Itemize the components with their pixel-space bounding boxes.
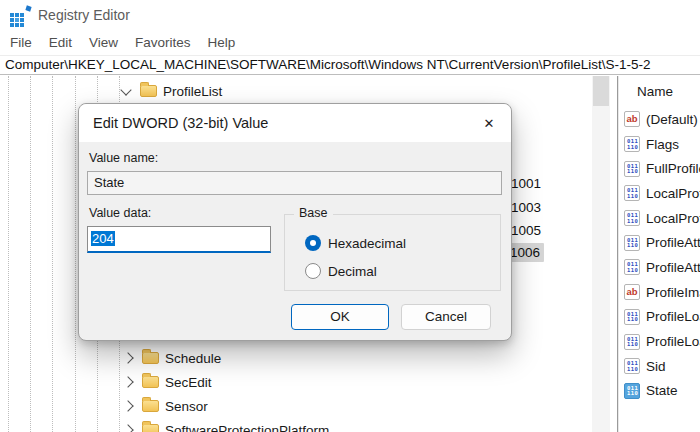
value-name: State [646,383,678,398]
dword-value-icon-selected: 011110 [624,383,640,399]
folder-icon [142,424,159,432]
tree-item-sensor[interactable]: Sensor [124,395,208,417]
dword-value-icon: 011110 [624,210,640,226]
value-name: ProfileAttemptedProfileDownloadTimeLow [646,260,700,275]
value-row-flags[interactable]: 011110 Flags [620,132,700,157]
address-bar[interactable]: Computer\HKEY_LOCAL_MACHINE\SOFTWARE\Mic… [0,55,700,75]
tree-guide-line [75,76,76,432]
tree-item-profilelist[interactable]: ProfileList [122,80,222,102]
tree-item-secedit[interactable]: SecEdit [124,371,212,393]
base-group-label: Base [294,206,333,220]
registry-editor-window: Registry Editor File Edit View Favorites… [0,0,700,432]
menu-item-view[interactable]: View [89,35,118,50]
tree-item-label: Schedule [165,351,221,366]
chevron-right-icon[interactable] [122,424,133,432]
value-row-profileattempted-low[interactable]: 011110 ProfileAttemptedProfileDownloadTi… [620,255,700,280]
value-name-field[interactable]: State [87,171,502,195]
title-bar: Registry Editor [0,0,700,30]
menu-item-edit[interactable]: Edit [49,35,72,50]
value-row-profileimagepath[interactable]: ab ProfileImagePath [620,280,700,305]
value-row-fullprofile[interactable]: 011110 FullProfile [620,156,700,181]
dword-value-icon: 011110 [624,259,640,275]
value-row-default[interactable]: ab (Default) [620,107,700,132]
tree-item-label: SoftwareProtectionPlatform [165,423,329,432]
hexadecimal-radio-row[interactable]: Hexadecimal [305,235,406,251]
value-name: LocalProfileLoadTimeHigh [646,186,700,201]
column-header-name[interactable]: Name [637,84,673,99]
menu-item-file[interactable]: File [10,35,32,50]
tree-item-sid-1001[interactable]: 1001 [511,174,541,193]
dword-value-icon: 011110 [624,185,640,201]
dword-value-icon: 011110 [624,235,640,251]
tree-item-softwareprotectionplatform[interactable]: SoftwareProtectionPlatform [124,419,329,432]
folder-icon [140,85,157,97]
tree-item-sid-1005[interactable]: 1005 [511,221,541,240]
hexadecimal-radio-label: Hexadecimal [328,236,406,251]
menu-bar: File Edit View Favorites Help [0,30,700,55]
tree-item-label: Sensor [165,399,208,414]
tree-item-label: SecEdit [165,375,212,390]
menu-item-favorites[interactable]: Favorites [135,35,191,50]
value-name: FullProfile [646,161,700,176]
folder-icon [142,376,159,388]
value-data-label: Value data: [89,206,151,220]
decimal-radio-label: Decimal [328,264,377,279]
folder-icon [142,400,159,412]
panel-splitter[interactable] [617,76,618,432]
registry-editor-app-icon [8,4,32,28]
dword-value-icon: 011110 [624,161,640,177]
string-value-icon: ab [624,284,640,300]
tree-item-schedule[interactable]: Schedule [124,347,221,369]
tree-item-label: ProfileList [163,84,222,99]
decimal-radio-row[interactable]: Decimal [305,263,377,279]
dword-value-icon: 011110 [624,309,640,325]
chevron-right-icon[interactable] [122,400,133,411]
value-name: ProfileImagePath [646,285,700,300]
value-name: (Default) [646,112,698,127]
chevron-down-icon[interactable] [120,84,131,95]
radio-unselected-icon[interactable] [305,263,321,279]
chevron-right-icon[interactable] [122,352,133,363]
tree-guide-line [30,76,31,432]
selected-text: 204 [91,231,115,246]
value-name: ProfileLoadTimeHigh [646,309,700,324]
value-row-sid[interactable]: 011110 Sid [620,354,700,379]
menu-item-help[interactable]: Help [208,35,236,50]
value-row-localprofileloadtimehigh[interactable]: 011110 LocalProfileLoadTimeHigh [620,181,700,206]
chevron-right-icon[interactable] [122,376,133,387]
folder-icon [142,352,159,364]
ok-button[interactable]: OK [291,304,389,330]
value-name: Flags [646,137,679,152]
cancel-button[interactable]: Cancel [401,304,491,330]
close-icon[interactable]: ✕ [477,112,501,136]
value-row-state-selected[interactable]: 011110 State [620,379,700,404]
string-value-icon: ab [624,111,640,127]
address-path: Computer\HKEY_LOCAL_MACHINE\SOFTWARE\Mic… [5,57,650,72]
tree-guide-line [8,76,9,432]
dialog-title: Edit DWORD (32-bit) Value [93,115,268,131]
values-panel: Name ab (Default) 011110 Flags 011110 Fu… [620,76,700,432]
edit-dword-dialog: Edit DWORD (32-bit) Value ✕ Value name: … [78,103,512,341]
base-groupbox: Base Hexadecimal Decimal [284,214,501,291]
window-title: Registry Editor [38,7,130,23]
dword-value-icon: 011110 [624,334,640,350]
dword-value-icon: 011110 [624,136,640,152]
tree-vertical-scrollbar[interactable] [592,76,610,432]
value-row-profileloadtimelow[interactable]: 011110 ProfileLoadTimeLow [620,329,700,354]
value-name: LocalProfileLoadTimeLow [646,211,700,226]
value-row-profileattempted-high[interactable]: 011110 ProfileAttemptedProfileDownloadTi… [620,230,700,255]
value-name: ProfileLoadTimeLow [646,334,700,349]
value-name-label: Value name: [89,151,158,165]
dword-value-icon: 011110 [624,358,640,374]
value-row-profileloadtimehigh[interactable]: 011110 ProfileLoadTimeHigh [620,305,700,330]
value-name: ProfileAttemptedProfileDownloadTimeHigh [646,235,700,250]
tree-item-sid-1003[interactable]: 1003 [511,198,541,217]
tree-guide-line [52,76,53,432]
scrollbar-thumb[interactable] [593,76,609,106]
radio-selected-icon[interactable] [305,235,321,251]
value-data-field[interactable]: 204 [87,226,271,253]
value-name: Sid [646,359,666,374]
value-row-localprofileloadtimelow[interactable]: 011110 LocalProfileLoadTimeLow [620,206,700,231]
